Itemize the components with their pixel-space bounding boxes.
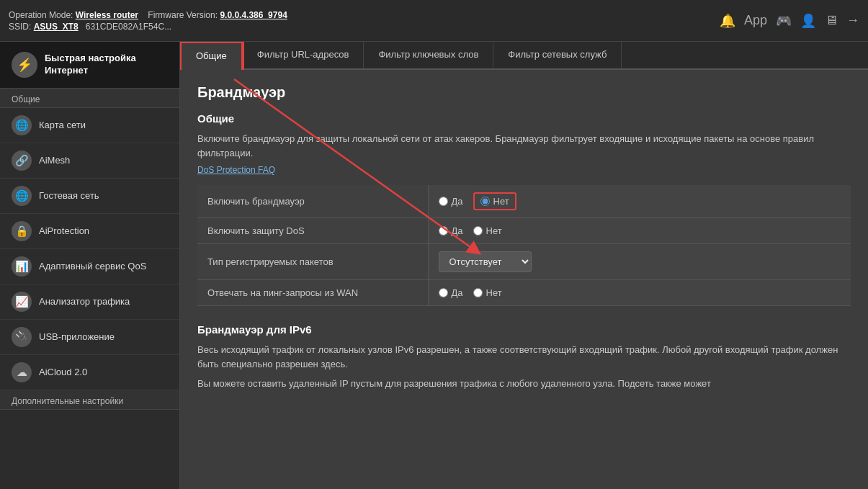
firewall-yes-radio[interactable]: [439, 197, 448, 206]
table-row-enable-firewall: Включить брандмауэр Да Н: [197, 185, 851, 218]
ping-wan-control: Да Нет: [428, 280, 851, 306]
ipv6-desc1: Весь исходящий трафик от локальных узлов…: [197, 343, 851, 371]
table-row-ping-wan: Отвечать на пинг-запросы из WAN Да Нет: [197, 280, 851, 306]
ssid-label: SSID:: [9, 22, 31, 32]
ping-wan-no-radio[interactable]: [473, 288, 483, 297]
tab-general-label: Общие: [196, 50, 227, 61]
enable-firewall-no[interactable]: Нет: [480, 196, 509, 207]
sidebar-label-network-map: Карта сети: [39, 120, 86, 132]
enable-dos-radio-group: Да Нет: [439, 225, 841, 236]
ping-wan-label: Отвечать на пинг-запросы из WAN: [197, 280, 428, 306]
firmware-label: Firmware Version:: [148, 10, 218, 20]
general-description: Включите брандмауэр для защиты локальной…: [197, 132, 851, 160]
ping-wan-yes-radio[interactable]: [439, 288, 448, 297]
sidebar-item-network-map[interactable]: 🌐 Карта сети: [0, 108, 179, 143]
enable-dos-label: Включить защиту DoS: [197, 218, 428, 244]
header-info: Operation Mode: Wireless router Firmware…: [9, 10, 287, 32]
tabs-bar: Общие Фильтр URL-адресов Фильтр ключевых…: [180, 42, 868, 70]
header-icons: 🔔 App 🎮 👤 🖥 →: [720, 13, 859, 29]
enable-dos-no[interactable]: Нет: [473, 225, 502, 236]
sidebar-item-aicloud[interactable]: ☁ AiCloud 2.0: [0, 355, 179, 390]
op-mode-label: Operation Mode:: [9, 10, 73, 20]
guest-network-icon: 🌐: [12, 186, 32, 206]
sidebar-label-usb-app: USB-приложение: [39, 331, 115, 344]
tab-url-filter[interactable]: Фильтр URL-адресов: [243, 42, 364, 68]
aiprotection-icon: 🔒: [12, 221, 32, 241]
app-label[interactable]: App: [744, 13, 767, 28]
ping-wan-no[interactable]: Нет: [473, 287, 502, 298]
table-row-enable-dos: Включить защиту DoS Да Нет: [197, 218, 851, 244]
gamepad-icon[interactable]: 🎮: [776, 13, 792, 29]
firewall-no-label: Нет: [493, 196, 509, 207]
quick-setup-label: Быстрая настройкаИнтернет: [45, 53, 136, 77]
header: Operation Mode: Wireless router Firmware…: [0, 0, 868, 42]
tab-general[interactable]: Общие: [180, 42, 243, 70]
operation-mode: Operation Mode: Wireless router Firmware…: [9, 10, 287, 20]
sidebar-label-aimesh: AiMesh: [39, 155, 70, 167]
enable-dos-control: Да Нет: [428, 218, 851, 244]
sidebar-item-traffic-analyzer[interactable]: 📈 Анализатор трафика: [0, 284, 179, 320]
aimesh-icon: 🔗: [12, 151, 32, 171]
log-packets-dropdown[interactable]: Отсутствует Принятые Отброшенные Оба: [439, 251, 532, 272]
aicloud-icon: ☁: [12, 362, 32, 382]
screen-icon[interactable]: 🖥: [825, 13, 838, 28]
sidebar-item-aiprotection[interactable]: 🔒 AiProtection: [0, 214, 179, 249]
ping-wan-no-label: Нет: [486, 287, 502, 298]
ssid-value: ASUS_XT8: [34, 22, 79, 32]
tab-service-filter[interactable]: Фильтр сетевых служб: [493, 42, 622, 68]
sidebar-label-aiprotection: AiProtection: [39, 225, 89, 238]
quick-setup-link[interactable]: ⚡ Быстрая настройкаИнтернет: [12, 52, 168, 78]
ssid-suffix: 631CDE082A1F54C...: [86, 22, 171, 32]
log-packets-label: Тип регистрируемых пакетов: [197, 244, 428, 280]
usb-app-icon: 🔌: [12, 327, 32, 347]
additional-settings-label: Дополнительные настройки: [0, 390, 179, 410]
quick-setup-icon: ⚡: [12, 52, 37, 78]
tab-url-filter-label: Фильтр URL-адресов: [257, 49, 349, 60]
enable-firewall-yes[interactable]: Да: [439, 196, 463, 207]
general-section-title: Общие: [197, 112, 851, 125]
dos-protection-faq-link[interactable]: DoS Protection FAQ: [197, 165, 275, 175]
sidebar-item-adaptive-qos[interactable]: 📊 Адаптивный сервис QoS: [0, 249, 179, 284]
general-section-label: Общие: [0, 89, 179, 108]
tab-keyword-filter[interactable]: Фильтр ключевых слов: [364, 42, 493, 68]
enable-firewall-control: Да Нет: [428, 185, 851, 218]
main-layout: ⚡ Быстрая настройкаИнтернет Общие 🌐 Карт…: [0, 42, 868, 489]
network-map-icon: 🌐: [12, 115, 32, 135]
dos-no-label: Нет: [486, 225, 502, 236]
arrow-icon[interactable]: →: [846, 13, 859, 28]
sidebar-top[interactable]: ⚡ Быстрая настройкаИнтернет: [0, 42, 179, 89]
sidebar-label-adaptive-qos: Адаптивный сервис QoS: [39, 261, 146, 273]
op-mode-value: Wireless router: [76, 10, 138, 20]
dos-yes-radio[interactable]: [439, 226, 448, 235]
tab-service-filter-label: Фильтр сетевых служб: [508, 49, 607, 60]
enable-firewall-radio-group: Да Нет: [439, 192, 841, 210]
sidebar-item-usb-app[interactable]: 🔌 USB-приложение: [0, 320, 179, 355]
firewall-nет-highlight: Нет: [473, 192, 516, 210]
ipv6-section-title: Брандмауэр для IPv6: [197, 323, 851, 336]
enable-dos-yes[interactable]: Да: [439, 225, 463, 236]
adaptive-qos-icon: 📊: [12, 256, 32, 277]
bell-icon[interactable]: 🔔: [720, 13, 735, 29]
ipv6-desc2: Вы можете оставить удаленный IP пустым д…: [197, 377, 851, 391]
sidebar-label-aicloud: AiCloud 2.0: [39, 367, 87, 379]
user-icon[interactable]: 👤: [800, 13, 816, 29]
ping-wan-yes-label: Да: [452, 287, 463, 298]
content-body: Брандмауэр Общие Включите брандмауэр для…: [180, 70, 868, 489]
ssid-line: SSID: ASUS_XT8 631CDE082A1F54C...: [9, 22, 287, 32]
tab-keyword-filter-label: Фильтр ключевых слов: [378, 49, 478, 60]
sidebar: ⚡ Быстрая настройкаИнтернет Общие 🌐 Карт…: [0, 42, 180, 489]
firewall-no-radio[interactable]: [480, 197, 490, 206]
traffic-analyzer-icon: 📈: [12, 292, 32, 312]
sidebar-label-guest-network: Гостевая сеть: [39, 190, 99, 202]
firewall-yes-label: Да: [452, 196, 463, 207]
page-title: Брандмауэр: [197, 84, 851, 101]
enable-firewall-label: Включить брандмауэр: [197, 185, 428, 218]
sidebar-label-traffic-analyzer: Анализатор трафика: [39, 296, 130, 308]
sidebar-item-aimesh[interactable]: 🔗 AiMesh: [0, 143, 179, 179]
log-packets-control: Отсутствует Принятые Отброшенные Оба: [428, 244, 851, 280]
firmware-value: 9.0.0.4.386_9794: [220, 10, 287, 20]
sidebar-item-guest-network[interactable]: 🌐 Гостевая сеть: [0, 179, 179, 214]
dos-no-radio[interactable]: [473, 226, 483, 235]
ping-wan-yes[interactable]: Да: [439, 287, 463, 298]
ipv6-section: Брандмауэр для IPv6 Весь исходящий трафи…: [197, 323, 851, 391]
